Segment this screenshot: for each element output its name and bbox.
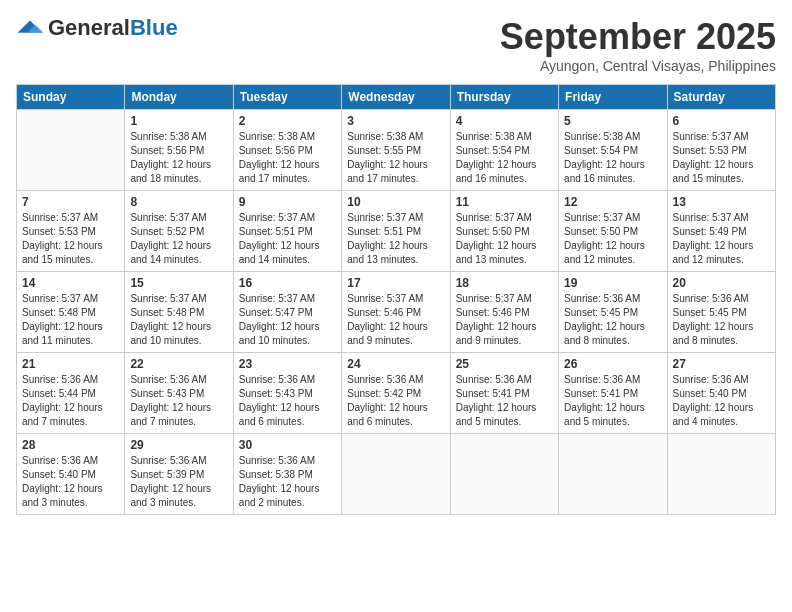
calendar-cell: 7Sunrise: 5:37 AM Sunset: 5:53 PM Daylig…: [17, 191, 125, 272]
day-number: 25: [456, 357, 553, 371]
calendar-cell: 28Sunrise: 5:36 AM Sunset: 5:40 PM Dayli…: [17, 434, 125, 515]
weekday-header: Thursday: [450, 85, 558, 110]
day-info: Sunrise: 5:37 AM Sunset: 5:49 PM Dayligh…: [673, 211, 770, 267]
day-info: Sunrise: 5:37 AM Sunset: 5:53 PM Dayligh…: [673, 130, 770, 186]
calendar-cell: 21Sunrise: 5:36 AM Sunset: 5:44 PM Dayli…: [17, 353, 125, 434]
day-info: Sunrise: 5:37 AM Sunset: 5:48 PM Dayligh…: [22, 292, 119, 348]
day-number: 10: [347, 195, 444, 209]
calendar-cell: 19Sunrise: 5:36 AM Sunset: 5:45 PM Dayli…: [559, 272, 667, 353]
day-number: 9: [239, 195, 336, 209]
day-info: Sunrise: 5:37 AM Sunset: 5:48 PM Dayligh…: [130, 292, 227, 348]
day-number: 1: [130, 114, 227, 128]
calendar-cell: 15Sunrise: 5:37 AM Sunset: 5:48 PM Dayli…: [125, 272, 233, 353]
calendar-cell: 18Sunrise: 5:37 AM Sunset: 5:46 PM Dayli…: [450, 272, 558, 353]
weekday-header: Wednesday: [342, 85, 450, 110]
day-number: 22: [130, 357, 227, 371]
calendar-cell: 27Sunrise: 5:36 AM Sunset: 5:40 PM Dayli…: [667, 353, 775, 434]
day-info: Sunrise: 5:37 AM Sunset: 5:52 PM Dayligh…: [130, 211, 227, 267]
day-info: Sunrise: 5:36 AM Sunset: 5:45 PM Dayligh…: [564, 292, 661, 348]
day-info: Sunrise: 5:38 AM Sunset: 5:55 PM Dayligh…: [347, 130, 444, 186]
day-info: Sunrise: 5:38 AM Sunset: 5:56 PM Dayligh…: [239, 130, 336, 186]
title-area: September 2025 Ayungon, Central Visayas,…: [500, 16, 776, 74]
calendar-cell: 6Sunrise: 5:37 AM Sunset: 5:53 PM Daylig…: [667, 110, 775, 191]
calendar-cell: 10Sunrise: 5:37 AM Sunset: 5:51 PM Dayli…: [342, 191, 450, 272]
day-info: Sunrise: 5:36 AM Sunset: 5:39 PM Dayligh…: [130, 454, 227, 510]
weekday-header: Monday: [125, 85, 233, 110]
calendar-cell: [17, 110, 125, 191]
day-info: Sunrise: 5:36 AM Sunset: 5:42 PM Dayligh…: [347, 373, 444, 429]
day-number: 19: [564, 276, 661, 290]
day-info: Sunrise: 5:37 AM Sunset: 5:50 PM Dayligh…: [456, 211, 553, 267]
calendar-cell: 26Sunrise: 5:36 AM Sunset: 5:41 PM Dayli…: [559, 353, 667, 434]
day-number: 17: [347, 276, 444, 290]
day-number: 4: [456, 114, 553, 128]
calendar-week-row: 14Sunrise: 5:37 AM Sunset: 5:48 PM Dayli…: [17, 272, 776, 353]
calendar-cell: [342, 434, 450, 515]
day-number: 3: [347, 114, 444, 128]
day-number: 15: [130, 276, 227, 290]
day-info: Sunrise: 5:37 AM Sunset: 5:47 PM Dayligh…: [239, 292, 336, 348]
calendar-cell: 2Sunrise: 5:38 AM Sunset: 5:56 PM Daylig…: [233, 110, 341, 191]
day-number: 20: [673, 276, 770, 290]
calendar-cell: 9Sunrise: 5:37 AM Sunset: 5:51 PM Daylig…: [233, 191, 341, 272]
day-number: 5: [564, 114, 661, 128]
calendar-cell: 22Sunrise: 5:36 AM Sunset: 5:43 PM Dayli…: [125, 353, 233, 434]
calendar-week-row: 28Sunrise: 5:36 AM Sunset: 5:40 PM Dayli…: [17, 434, 776, 515]
weekday-header: Saturday: [667, 85, 775, 110]
day-number: 18: [456, 276, 553, 290]
day-info: Sunrise: 5:38 AM Sunset: 5:56 PM Dayligh…: [130, 130, 227, 186]
day-number: 26: [564, 357, 661, 371]
day-info: Sunrise: 5:36 AM Sunset: 5:44 PM Dayligh…: [22, 373, 119, 429]
day-info: Sunrise: 5:36 AM Sunset: 5:41 PM Dayligh…: [564, 373, 661, 429]
calendar-cell: 13Sunrise: 5:37 AM Sunset: 5:49 PM Dayli…: [667, 191, 775, 272]
calendar-cell: 23Sunrise: 5:36 AM Sunset: 5:43 PM Dayli…: [233, 353, 341, 434]
day-number: 2: [239, 114, 336, 128]
calendar-table: SundayMondayTuesdayWednesdayThursdayFrid…: [16, 84, 776, 515]
day-info: Sunrise: 5:37 AM Sunset: 5:51 PM Dayligh…: [347, 211, 444, 267]
day-number: 21: [22, 357, 119, 371]
calendar-cell: 4Sunrise: 5:38 AM Sunset: 5:54 PM Daylig…: [450, 110, 558, 191]
calendar-cell: 25Sunrise: 5:36 AM Sunset: 5:41 PM Dayli…: [450, 353, 558, 434]
calendar-cell: 1Sunrise: 5:38 AM Sunset: 5:56 PM Daylig…: [125, 110, 233, 191]
calendar-cell: 17Sunrise: 5:37 AM Sunset: 5:46 PM Dayli…: [342, 272, 450, 353]
day-number: 24: [347, 357, 444, 371]
calendar-cell: 3Sunrise: 5:38 AM Sunset: 5:55 PM Daylig…: [342, 110, 450, 191]
logo: GeneralBlue: [16, 16, 178, 40]
day-info: Sunrise: 5:36 AM Sunset: 5:45 PM Dayligh…: [673, 292, 770, 348]
day-number: 29: [130, 438, 227, 452]
day-number: 14: [22, 276, 119, 290]
calendar-cell: 5Sunrise: 5:38 AM Sunset: 5:54 PM Daylig…: [559, 110, 667, 191]
calendar-cell: 11Sunrise: 5:37 AM Sunset: 5:50 PM Dayli…: [450, 191, 558, 272]
day-info: Sunrise: 5:36 AM Sunset: 5:38 PM Dayligh…: [239, 454, 336, 510]
calendar-header-row: SundayMondayTuesdayWednesdayThursdayFrid…: [17, 85, 776, 110]
day-info: Sunrise: 5:36 AM Sunset: 5:40 PM Dayligh…: [22, 454, 119, 510]
day-info: Sunrise: 5:36 AM Sunset: 5:43 PM Dayligh…: [239, 373, 336, 429]
day-number: 7: [22, 195, 119, 209]
day-number: 16: [239, 276, 336, 290]
calendar-week-row: 7Sunrise: 5:37 AM Sunset: 5:53 PM Daylig…: [17, 191, 776, 272]
calendar-cell: 12Sunrise: 5:37 AM Sunset: 5:50 PM Dayli…: [559, 191, 667, 272]
day-info: Sunrise: 5:36 AM Sunset: 5:43 PM Dayligh…: [130, 373, 227, 429]
day-number: 8: [130, 195, 227, 209]
day-info: Sunrise: 5:38 AM Sunset: 5:54 PM Dayligh…: [564, 130, 661, 186]
calendar-cell: [559, 434, 667, 515]
page-header: GeneralBlue September 2025 Ayungon, Cent…: [16, 16, 776, 74]
calendar-cell: 8Sunrise: 5:37 AM Sunset: 5:52 PM Daylig…: [125, 191, 233, 272]
day-number: 30: [239, 438, 336, 452]
month-title: September 2025: [500, 16, 776, 58]
day-info: Sunrise: 5:37 AM Sunset: 5:46 PM Dayligh…: [347, 292, 444, 348]
weekday-header: Sunday: [17, 85, 125, 110]
calendar-week-row: 1Sunrise: 5:38 AM Sunset: 5:56 PM Daylig…: [17, 110, 776, 191]
day-number: 13: [673, 195, 770, 209]
calendar-cell: 20Sunrise: 5:36 AM Sunset: 5:45 PM Dayli…: [667, 272, 775, 353]
calendar-cell: 29Sunrise: 5:36 AM Sunset: 5:39 PM Dayli…: [125, 434, 233, 515]
calendar-cell: 16Sunrise: 5:37 AM Sunset: 5:47 PM Dayli…: [233, 272, 341, 353]
calendar-cell: 14Sunrise: 5:37 AM Sunset: 5:48 PM Dayli…: [17, 272, 125, 353]
day-number: 11: [456, 195, 553, 209]
weekday-header: Tuesday: [233, 85, 341, 110]
calendar-cell: 24Sunrise: 5:36 AM Sunset: 5:42 PM Dayli…: [342, 353, 450, 434]
weekday-header: Friday: [559, 85, 667, 110]
calendar-cell: [667, 434, 775, 515]
logo-icon: [16, 19, 44, 37]
day-number: 23: [239, 357, 336, 371]
